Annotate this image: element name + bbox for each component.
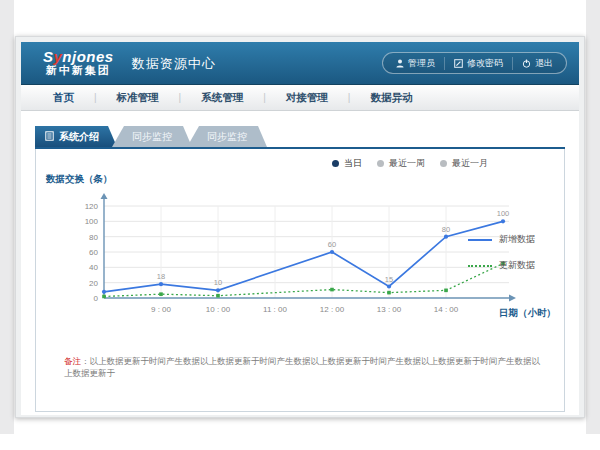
footnote-body: ：以上数据更新于时间产生数据以上数据更新于时间产生数据以上数据更新于时间产生数据… xyxy=(64,356,540,378)
change-password-button[interactable]: 修改密码 xyxy=(444,57,512,70)
radio-dot-icon xyxy=(332,160,339,167)
nav-item-home[interactable]: 首页 xyxy=(51,91,76,105)
radio-dot-icon xyxy=(440,160,447,167)
blue-line-sample-icon xyxy=(468,239,492,241)
svg-text:80: 80 xyxy=(89,233,98,242)
svg-text:20: 20 xyxy=(89,279,98,288)
logo-cn-name: 新中新集团 xyxy=(43,65,114,77)
main-nav: 首页 | 标准管理 | 系统管理 | 对接管理 | 数据异动 xyxy=(21,85,579,111)
nav-divider: | xyxy=(263,92,266,103)
nav-divider: | xyxy=(94,92,97,103)
radio-today[interactable]: 当日 xyxy=(332,157,362,170)
footnote-prefix: 备注 xyxy=(64,356,81,366)
logout-button[interactable]: 退出 xyxy=(512,57,562,70)
svg-text:10: 10 xyxy=(214,278,222,287)
tab-sync-monitor-1[interactable]: 同步监控 xyxy=(112,126,192,147)
svg-text:11 : 00: 11 : 00 xyxy=(263,305,287,314)
nav-item-system-mgmt[interactable]: 系统管理 xyxy=(199,91,245,105)
svg-text:15: 15 xyxy=(385,275,393,284)
edit-icon xyxy=(454,59,463,68)
svg-text:60: 60 xyxy=(89,248,98,257)
logo-wordmark: Synjones xyxy=(43,49,114,65)
svg-text:100: 100 xyxy=(85,217,99,226)
legend-item-new-data: 新增数据 xyxy=(468,233,554,246)
document-icon xyxy=(45,131,54,143)
legend-item-updated-data: 更新数据 xyxy=(468,259,554,272)
period-filter-group: 当日 最近一周 最近一月 xyxy=(332,157,488,170)
svg-text:18: 18 xyxy=(157,272,165,281)
radio-last-month[interactable]: 最近一月 xyxy=(440,157,488,170)
svg-text:13 : 00: 13 : 00 xyxy=(377,305,402,314)
svg-text:100: 100 xyxy=(497,209,510,218)
green-dotted-sample-icon xyxy=(468,265,492,267)
admin-user-button[interactable]: 管理员 xyxy=(387,57,444,70)
footnote: 备注：以上数据更新于时间产生数据以上数据更新于时间产生数据以上数据更新于时间产生… xyxy=(64,356,546,380)
nav-item-standard-mgmt[interactable]: 标准管理 xyxy=(115,91,161,105)
radio-last-week[interactable]: 最近一周 xyxy=(377,157,425,170)
line-chart: 0204060801001209 : 0010 : 0011 : 0012 : … xyxy=(54,185,534,335)
svg-text:14 : 00: 14 : 00 xyxy=(434,305,459,314)
user-icon xyxy=(396,59,404,68)
window-shadow-left xyxy=(0,0,14,434)
nav-divider: | xyxy=(179,92,182,103)
nav-item-data-change[interactable]: 数据异动 xyxy=(368,91,414,105)
content-area: 系统介绍 同步监控 同步监控 当日 最近一周 xyxy=(21,111,579,415)
svg-text:80: 80 xyxy=(442,225,450,234)
nav-item-interface-mgmt[interactable]: 对接管理 xyxy=(284,91,330,105)
nav-divider: | xyxy=(348,92,351,103)
chart-panel: 当日 最近一周 最近一月 数据交换（条） 0204060801001209 : … xyxy=(35,149,565,412)
svg-text:10 : 00: 10 : 00 xyxy=(206,305,231,314)
company-logo: Synjones 新中新集团 xyxy=(43,49,114,76)
power-icon xyxy=(522,59,531,68)
svg-text:9 : 00: 9 : 00 xyxy=(151,305,172,314)
radio-dot-icon xyxy=(377,160,384,167)
header-actions: 管理员 修改密码 退出 xyxy=(382,52,567,74)
header-bar: Synjones 新中新集团 数据资源中心 管理员 修改密码 退出 xyxy=(21,42,579,85)
svg-text:60: 60 xyxy=(328,240,336,249)
tab-system-intro[interactable]: 系统介绍 xyxy=(35,126,117,147)
page-title: 数据资源中心 xyxy=(132,53,216,73)
app-window: Synjones 新中新集团 数据资源中心 管理员 修改密码 退出 xyxy=(15,36,585,418)
chart-legend: 新增数据 更新数据 xyxy=(468,233,554,285)
svg-text:12 : 00: 12 : 00 xyxy=(320,305,345,314)
svg-text:40: 40 xyxy=(89,263,98,272)
svg-text:0: 0 xyxy=(94,294,99,303)
window-shadow-right xyxy=(586,0,600,434)
x-axis-title: 日期（小时） xyxy=(499,307,556,320)
svg-text:120: 120 xyxy=(85,202,99,211)
tab-strip: 系统介绍 同步监控 同步监控 xyxy=(35,126,565,149)
tab-sync-monitor-2[interactable]: 同步监控 xyxy=(187,126,267,147)
